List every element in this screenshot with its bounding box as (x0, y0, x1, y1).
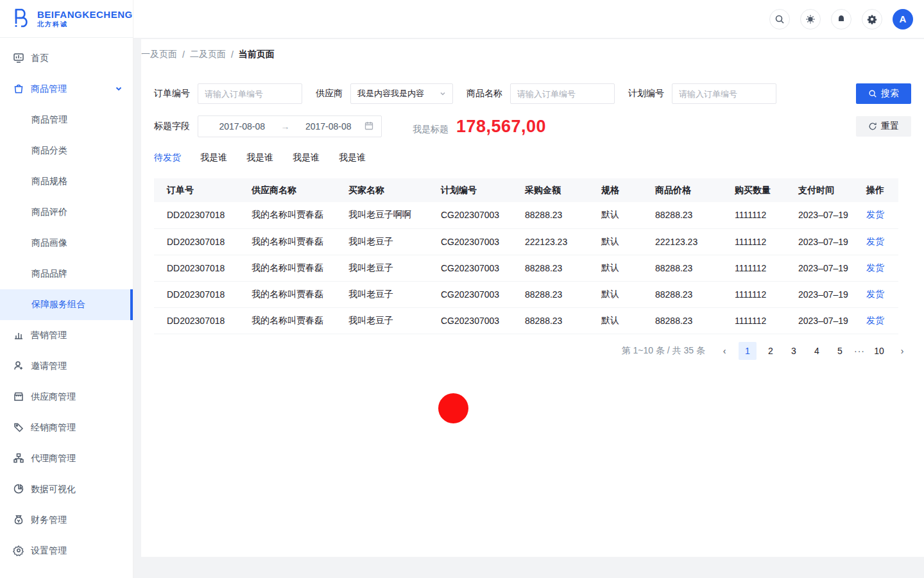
store-icon (13, 391, 24, 404)
calendar-icon (364, 121, 373, 132)
date-range-picker[interactable]: 2017-08-08 → 2017-08-08 (198, 115, 382, 137)
sidebar-subitem-guarantee-service[interactable]: 保障服务组合 (0, 289, 133, 320)
user-avatar[interactable]: A (893, 9, 913, 30)
search-icon[interactable] (769, 9, 790, 30)
date-end[interactable]: 2017-08-08 (293, 121, 365, 132)
pie-chart-icon (13, 483, 24, 497)
pagination-page-3[interactable]: 3 (785, 342, 803, 360)
cell-supplier-name: 我的名称叫贾春磊 (239, 228, 336, 255)
sidebar-item-label: 邀请管理 (31, 361, 123, 372)
col-order-no: 订单号 (154, 178, 239, 202)
product-name-input[interactable] (510, 83, 615, 104)
notification-bell-icon[interactable] (831, 9, 851, 30)
tab-3[interactable]: 我是谁 (246, 149, 273, 166)
table-row: DD202307018 我的名称叫贾春磊 我叫老豆子 CG202307003 8… (154, 281, 898, 307)
reset-button[interactable]: 重置 (856, 116, 911, 137)
pagination-page-4[interactable]: 4 (808, 342, 826, 360)
cell-spec: 默认 (588, 307, 642, 334)
sidebar-item-product-management[interactable]: 商品管理 (0, 74, 133, 105)
cell-pay-time: 2023–07–19 (785, 281, 853, 307)
user-plus-icon (13, 360, 24, 373)
cell-spec: 默认 (588, 228, 642, 255)
order-no-input[interactable] (198, 83, 302, 104)
supplier-select[interactable]: 我是内容我是内容 (350, 83, 453, 104)
top-header: A (133, 0, 924, 38)
tab-4[interactable]: 我是谁 (293, 149, 320, 166)
sidebar-subitem-product-brand[interactable]: 商品品牌 (0, 259, 133, 289)
breadcrumb-level2[interactable]: 二及页面 (190, 49, 226, 60)
sidebar-subitem-product-portrait[interactable]: 商品画像 (0, 228, 133, 259)
sidebar-item-agent[interactable]: 代理商管理 (0, 443, 133, 474)
reset-button-label: 重置 (881, 121, 899, 132)
sidebar-subitem-product-review[interactable]: 商品评价 (0, 197, 133, 228)
cell-order-no: DD202307018 (154, 281, 239, 307)
sidebar-item-label: 经销商管理 (31, 422, 123, 434)
sidebar-item-settings[interactable]: 设置管理 (0, 536, 133, 566)
table-row: DD202307018 我的名称叫贾春磊 我叫老豆子啊啊 CG202307003… (154, 202, 898, 228)
pagination-page-10[interactable]: 10 (870, 342, 888, 360)
cell-order-no: DD202307018 (154, 202, 239, 228)
sidebar-item-finance[interactable]: 财务管理 (0, 505, 133, 536)
settings-gear-icon[interactable] (862, 9, 882, 30)
sidebar-subitem-product-spec[interactable]: 商品规格 (0, 166, 133, 197)
cell-product-price: 88288.23 (642, 255, 722, 281)
sidebar-subitem-product-category[interactable]: 商品分类 (0, 135, 133, 166)
pagination-prev-button[interactable]: ‹ (715, 342, 733, 360)
sidebar-item-dealer[interactable]: 经销商管理 (0, 412, 133, 443)
cell-pay-time: 2023–07–19 (785, 307, 853, 334)
cell-supplier-name: 我的名称叫贾春磊 (239, 202, 336, 228)
date-start[interactable]: 2017-08-08 (206, 121, 278, 132)
sidebar-subitem-product-management[interactable]: 商品管理 (0, 105, 133, 135)
tab-5[interactable]: 我是谁 (339, 149, 366, 166)
sidebar-item-label: 代理商管理 (31, 453, 123, 464)
sidebar-item-invitation[interactable]: 邀请管理 (0, 351, 133, 382)
sidebar-item-marketing[interactable]: 营销管理 (0, 320, 133, 351)
red-cursor-dot (438, 393, 468, 423)
sidebar-item-label: 财务管理 (31, 514, 123, 526)
theme-toggle-sun-icon[interactable] (800, 9, 821, 30)
sidebar-item-data-visualization[interactable]: 数据可视化 (0, 474, 133, 505)
sidebar-subitem-label: 商品规格 (31, 176, 67, 187)
plan-no-input[interactable] (672, 83, 776, 104)
dashboard-icon (13, 52, 24, 65)
cell-buyer-name: 我叫老豆子 (336, 281, 428, 307)
cell-purchase-amount: 88288.23 (512, 281, 588, 307)
tab-2[interactable]: 我是谁 (200, 149, 227, 166)
ship-action-link[interactable]: 发货 (866, 315, 884, 325)
chevron-down-icon (115, 84, 123, 94)
tab-pending-shipment[interactable]: 待发货 (154, 149, 181, 166)
ship-action-link[interactable]: 发货 (866, 262, 884, 273)
cell-pay-time: 2023–07–19 (785, 202, 853, 228)
cell-plan-no: CG202307003 (428, 255, 512, 281)
pagination-page-5[interactable]: 5 (831, 342, 849, 360)
sidebar-item-label: 商品管理 (31, 83, 115, 95)
chevron-down-icon (440, 89, 446, 99)
sidebar-menu: 首页 商品管理 商品管理 商品分类 商品规格 商品评价 商品画像 商品品牌 保障… (0, 38, 133, 566)
cell-buyer-name: 我叫老豆子啊啊 (336, 202, 428, 228)
ship-action-link[interactable]: 发货 (866, 209, 884, 219)
search-button[interactable]: 搜索 (856, 83, 911, 104)
breadcrumb-level1[interactable]: 一及页面 (141, 49, 177, 60)
pagination-next-button[interactable]: › (893, 342, 911, 360)
ship-action-link[interactable]: 发货 (866, 289, 884, 299)
summary-value: 178,567,00 (456, 117, 546, 137)
pagination-page-1[interactable]: 1 (739, 342, 757, 360)
product-name-label: 商品名称 (466, 88, 502, 99)
col-pay-time: 支付时间 (785, 178, 853, 202)
pagination-page-2[interactable]: 2 (762, 342, 780, 360)
sidebar-item-label: 供应商管理 (31, 391, 123, 403)
cell-product-price: 88288.23 (642, 307, 722, 334)
col-purchase-qty: 购买数量 (722, 178, 785, 202)
cell-buyer-name: 我叫老豆子 (336, 228, 428, 255)
brand[interactable]: BEIFANGKECHENG 北方科诚 (0, 0, 133, 38)
breadcrumb-separator: / (182, 49, 185, 60)
filter-row-2: 标题字段 2017-08-08 → 2017-08-08 我是标题 178,56… (154, 115, 911, 137)
sidebar-item-home[interactable]: 首页 (0, 43, 133, 74)
pagination: 第 1~10 条 / 共 35 条 ‹ 1 2 3 4 5 ··· 10 › (154, 342, 911, 360)
sidebar-subitem-label: 商品画像 (31, 237, 67, 249)
orders-table: 订单号 供应商名称 买家名称 计划编号 采购金额 规格 商品价格 购买数量 支付… (154, 178, 898, 334)
ship-action-link[interactable]: 发货 (866, 236, 884, 246)
cell-plan-no: CG202307003 (428, 202, 512, 228)
pagination-ellipsis[interactable]: ··· (854, 346, 865, 356)
sidebar-item-supplier[interactable]: 供应商管理 (0, 382, 133, 412)
